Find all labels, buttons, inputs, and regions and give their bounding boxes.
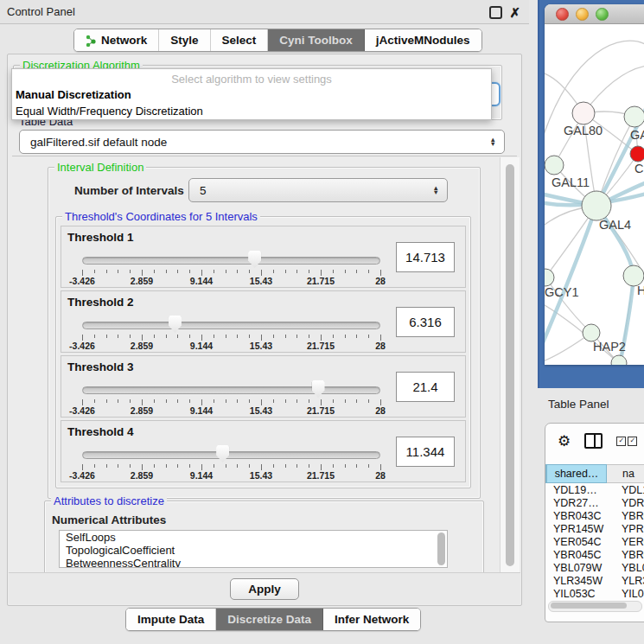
number-of-intervals-combo[interactable]: 5 ▲▼: [188, 178, 448, 202]
cell-shared-name[interactable]: YBR045C: [545, 549, 612, 562]
table-row[interactable]: YPR145WYPR1: [545, 523, 644, 536]
table-hscrollbar[interactable]: [548, 601, 642, 612]
tab-label: Impute Data: [137, 613, 204, 626]
table-row[interactable]: YDR27…YDR2: [545, 497, 644, 510]
slider-track[interactable]: [82, 451, 380, 459]
cell-shared-name[interactable]: YER054C: [545, 536, 612, 549]
tab-cyni-toolbox[interactable]: Cyni Toolbox: [268, 29, 365, 51]
cell-name[interactable]: YER0: [612, 536, 644, 549]
table-header-name[interactable]: na: [607, 464, 644, 483]
attribute-list-item[interactable]: TopologicalCoefficient: [60, 544, 447, 557]
cell-shared-name[interactable]: YPR145W: [545, 523, 612, 536]
checkbox-icon[interactable]: ✓: [628, 437, 637, 446]
tab-jactivemnodules[interactable]: jActiveMNodules: [365, 29, 481, 51]
minimize-traffic-light-icon[interactable]: [576, 8, 589, 21]
threshold-slider[interactable]: -3.4262.8599.14415.4321.71528: [82, 249, 380, 284]
tab-infer-network[interactable]: Infer Network: [323, 609, 420, 630]
cell-name[interactable]: YDR2: [612, 497, 644, 510]
numerical-attributes-list[interactable]: SelfLoopsTopologicalCoefficientBetweenne…: [59, 530, 448, 568]
network-node-gal80[interactable]: [572, 102, 595, 124]
cell-name[interactable]: YDL1: [612, 484, 644, 497]
table-row[interactable]: YER054CYER0: [545, 536, 644, 549]
algorithm-popup-item[interactable]: Equal Width/Frequency Discretization: [12, 104, 491, 120]
cell-name[interactable]: YPR1: [612, 523, 644, 536]
network-canvas[interactable]: GAL80GACGAL11GAL4GCY1HHAP2: [545, 24, 644, 365]
slider-tick: [82, 270, 83, 276]
slider-track[interactable]: [82, 322, 380, 329]
cell-shared-name[interactable]: YIL053C: [545, 588, 612, 600]
tab-network[interactable]: Network: [74, 29, 159, 51]
table-row[interactable]: YBR045CYBR0: [545, 549, 644, 562]
close-panel-icon[interactable]: ✗: [509, 8, 520, 17]
cell-name[interactable]: YBL0: [612, 562, 644, 575]
slider-tick: [249, 464, 250, 468]
threshold-value-field[interactable]: 11.344: [396, 437, 455, 467]
slider-tick: [166, 270, 167, 273]
zoom-traffic-light-icon[interactable]: [596, 8, 609, 21]
slider-tick: [118, 464, 118, 468]
table-data-combo[interactable]: galFiltered.sif default node ▲▼: [19, 130, 505, 154]
list-scrollbar[interactable]: [437, 532, 445, 565]
tab-style[interactable]: Style: [159, 29, 210, 51]
cyni-toolbox-panel: Discretization Algorithm ▲▼ Table Data g…: [7, 54, 522, 606]
table-row[interactable]: YBR043CYBR0: [545, 510, 644, 523]
network-node-label: HAP2: [593, 340, 626, 354]
checkbox-icon[interactable]: ✓: [616, 437, 626, 446]
slider-thumb[interactable]: [216, 445, 229, 462]
slider-tick: [309, 399, 309, 403]
slider-track[interactable]: [82, 257, 380, 265]
tab-impute-data[interactable]: Impute Data: [126, 609, 216, 630]
attribute-list-item[interactable]: BetweennessCentrality: [60, 557, 447, 568]
table-row[interactable]: YIL053CYIL0: [545, 588, 644, 600]
close-traffic-light-icon[interactable]: [556, 8, 569, 21]
cell-shared-name[interactable]: YBR043C: [545, 510, 612, 523]
slider-tick: [261, 335, 262, 341]
network-node-hap2[interactable]: [583, 324, 600, 341]
slider-tick: [214, 270, 214, 273]
threshold-value-field[interactable]: 14.713: [396, 242, 455, 272]
number-of-intervals-label: Number of Intervals: [74, 184, 184, 197]
slider-tick: [177, 270, 178, 273]
threshold-value-field[interactable]: 6.316: [396, 307, 455, 337]
column-visibility-checkboxes[interactable]: ✓ ✓: [616, 437, 637, 446]
settings-scrollbar[interactable]: [500, 157, 520, 574]
table-row[interactable]: YBL079WYBL0: [545, 562, 644, 575]
gear-icon[interactable]: ⚙: [558, 434, 571, 449]
network-node-label: GAL80: [564, 124, 603, 137]
attribute-list-item[interactable]: SelfLoops: [60, 531, 447, 544]
network-node-gcy1[interactable]: [545, 269, 554, 286]
table-hscrollbar-thumb[interactable]: [551, 603, 627, 609]
cell-shared-name[interactable]: YLR345W: [545, 575, 612, 588]
table-rows: YDL19…YDL1YDR27…YDR2YBR043CYBR0YPR145WYP…: [545, 484, 644, 600]
network-node-gal11[interactable]: [545, 156, 564, 175]
table-row[interactable]: YDL19…YDL1: [545, 484, 644, 497]
table-row[interactable]: YLR345WYLR3: [545, 575, 644, 588]
slider-track[interactable]: [82, 386, 380, 394]
tab-select[interactable]: Select: [211, 29, 269, 51]
settings-scrollbar-thumb[interactable]: [506, 164, 514, 566]
network-node-c[interactable]: [630, 146, 644, 162]
threshold-slider[interactable]: -3.4262.8599.14415.4321.71528: [82, 443, 380, 478]
cell-name[interactable]: YLR3: [612, 575, 644, 588]
cell-shared-name[interactable]: YBL079W: [545, 562, 612, 575]
table-header-shared-name[interactable]: shared…: [545, 464, 607, 483]
cell-name[interactable]: YIL0: [612, 588, 644, 600]
cell-shared-name[interactable]: YDL19…: [545, 484, 612, 497]
network-node-ga[interactable]: [624, 106, 644, 127]
algorithm-popup-item[interactable]: Manual Discretization: [12, 87, 491, 104]
threshold-slider[interactable]: -3.4262.8599.14415.4321.71528: [82, 379, 380, 413]
cell-name[interactable]: YBR0: [612, 549, 644, 562]
threshold-slider[interactable]: -3.4262.8599.14415.4321.71528: [82, 314, 380, 348]
float-window-icon[interactable]: [489, 6, 502, 19]
slider-thumb[interactable]: [169, 316, 182, 333]
cell-name[interactable]: YBR0: [612, 510, 644, 523]
columns-icon[interactable]: [584, 433, 603, 449]
network-node-gal4[interactable]: [582, 191, 611, 220]
cell-shared-name[interactable]: YDR27…: [545, 497, 612, 510]
threshold-value-field[interactable]: 21.4: [396, 372, 455, 402]
slider-thumb[interactable]: [312, 380, 325, 398]
slider-tick: [380, 399, 381, 405]
tab-discretize-data[interactable]: Discretize Data: [216, 609, 323, 630]
apply-button[interactable]: Apply: [230, 578, 299, 600]
slider-thumb[interactable]: [248, 251, 261, 268]
